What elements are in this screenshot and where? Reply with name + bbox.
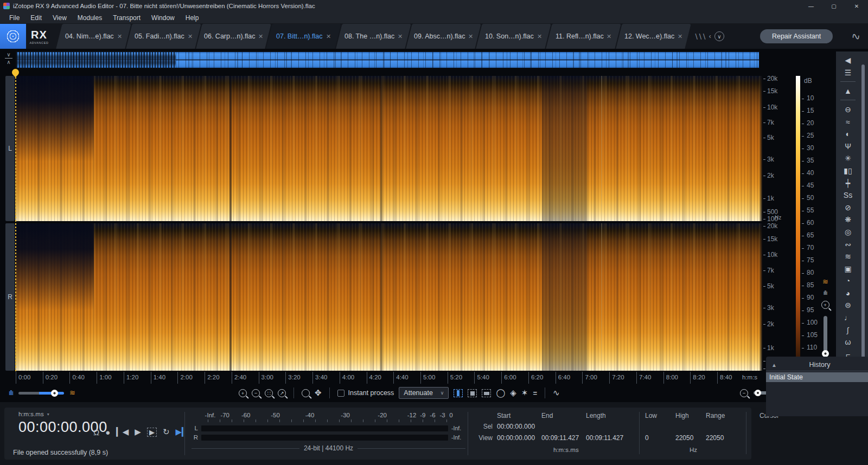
tab-scroll-left-icon[interactable]: ‹ [709,33,711,40]
module-toolbar-scrollbar[interactable] [861,64,865,368]
horizontal-zoom-out-icon[interactable]: − [740,389,748,397]
divider[interactable] [293,388,294,398]
repair-assistant-button[interactable]: Repair Assistant [760,29,833,43]
sel-end-value[interactable] [541,423,586,434]
de-ess-icon[interactable]: Ss [844,191,852,199]
dialogue-contour-icon[interactable]: ◔ [846,276,850,285]
menu-window[interactable]: Window [146,13,180,23]
sel-length-value[interactable] [586,423,634,434]
dialogue-isolate-icon[interactable]: ⊜ [845,301,851,309]
de-crackle-icon[interactable]: ❋ [845,215,851,224]
plugin-icon[interactable]: ▣ [844,264,851,273]
de-rustle-icon[interactable]: ≈ [846,118,850,126]
de-reverb-icon[interactable]: ◐ [846,130,850,138]
de-wind-icon[interactable]: ≋ [845,252,851,261]
file-tab[interactable]: 10. Son…n).flac ✕ [476,24,551,49]
de-click-icon[interactable]: ┿ [846,179,850,188]
loop-icon[interactable]: ↻ [163,427,170,437]
vertical-zoom-in-icon[interactable]: + [821,301,829,309]
collapse-down-icon[interactable]: ∨ [7,52,10,57]
menu-edit[interactable]: Edit [25,13,47,23]
dialogue-de-reverb-icon[interactable]: ◕ [846,289,850,298]
record-icon[interactable]: ● [105,428,110,437]
divider[interactable] [840,100,856,100]
left-channel-strip[interactable]: L [5,76,15,221]
playhead-line[interactable] [15,70,16,372]
tab-close-icon[interactable]: ✕ [117,33,122,40]
de-hum-icon[interactable]: ⊘ [845,203,851,212]
menu-transport[interactable]: Transport [108,13,145,23]
close-button[interactable]: ✕ [845,0,868,12]
draw-curve-tool[interactable]: ∿ [553,388,560,398]
file-tab[interactable]: 04. Nim…e).flac ✕ [56,24,131,49]
overview-collapse-control[interactable]: ∨ ∧ [3,52,14,64]
history-collapse-icon[interactable]: ▲ [771,362,777,368]
collapse-up-icon[interactable]: ∧ [7,60,10,64]
history-item[interactable]: Initial State [766,372,868,382]
monitor-icon[interactable]: Ω [93,428,99,437]
breath-control-icon[interactable]: ∾ [845,240,851,249]
view-start-value[interactable]: 00:00:00.000 [497,434,541,445]
tab-close-icon[interactable]: ✕ [326,33,331,40]
guitar-de-noise-icon[interactable]: ♩ [844,313,852,322]
view-low-value[interactable]: 0 [645,434,675,445]
file-tab[interactable]: 11. Refl…n).flac ✕ [546,24,621,49]
tab-close-icon[interactable]: ✕ [537,33,542,40]
sel-low-value[interactable] [645,423,675,434]
file-tab[interactable]: 12. Wec…e).flac ✕ [616,24,691,49]
go-to-start-icon[interactable]: ▎◀ [116,427,129,437]
divider[interactable] [545,388,545,398]
waveform-blend-icon[interactable]: ıllı [9,389,13,397]
music-rebalance-icon[interactable]: ◎ [845,228,851,236]
file-tab[interactable]: 06. Carp…n).flac ✕ [196,24,271,49]
amplitude-colorbar[interactable] [796,76,800,372]
time-format-selector[interactable]: h:m:s.ms ▾ [18,411,107,417]
zoom-out-icon[interactable]: − [252,389,260,397]
vertical-zoom-slider[interactable] [824,316,827,357]
right-channel-strip[interactable]: R [5,223,15,371]
play-to-end-icon[interactable]: ▶▎ [175,427,188,437]
tab-close-icon[interactable]: ✕ [188,33,193,40]
spectrogram-blend-icon[interactable]: ≋ [69,390,75,396]
gain-icon[interactable]: ▮▯ [844,166,852,175]
waveform-spectrogram-blend-slider[interactable] [18,392,64,395]
maximize-button[interactable]: ▢ [822,0,845,12]
minimize-button[interactable]: — [800,0,822,12]
magic-wand-tool[interactable]: ✶ [521,388,528,398]
collapse-panel-icon[interactable]: ◀ [845,56,851,64]
file-tab[interactable]: 07. Bitt…n).flac ✕ [266,24,341,49]
spectrogram-left-channel[interactable] [15,76,762,221]
file-tab[interactable]: 09. Absc…n).flac ✕ [406,24,481,49]
fade-icon[interactable]: ∫ [847,326,849,334]
sel-high-value[interactable] [675,423,706,434]
file-tab[interactable]: 05. Fadi…n).flac ✕ [126,24,201,49]
signature-icon[interactable]: ∿ [850,29,861,44]
tab-close-icon[interactable]: ✕ [398,33,403,40]
spectrogram-settings-icon[interactable]: ≋ [822,279,828,285]
magnifier-tool-icon[interactable] [302,389,310,397]
tab-close-icon[interactable]: ✕ [258,33,263,40]
menu-help[interactable]: Help [181,13,204,23]
spectral-de-noise-icon[interactable]: ✳ [845,154,851,163]
zoom-in-icon[interactable]: + [239,389,247,397]
mouth-de-click-icon[interactable]: ω [845,338,851,346]
tab-list-chevron-icon[interactable]: ∨ [714,31,724,41]
divider[interactable] [840,81,856,82]
play-icon[interactable]: ▶ [135,427,141,437]
view-end-value[interactable]: 00:09:11.427 [541,434,586,445]
instant-process-checkbox[interactable] [337,390,344,397]
play-selection-icon[interactable]: ▶ [147,428,157,437]
tab-close-icon[interactable]: ✕ [468,33,473,40]
frequency-selection-tool[interactable] [482,389,491,397]
rx-monitor-icon[interactable]: ▲ [844,87,852,95]
module-dropdown[interactable]: Attenuate ∨ [399,387,449,399]
menu-file[interactable]: File [4,13,24,23]
view-length-value[interactable]: 00:09:11.427 [586,434,634,445]
time-ruler[interactable]: 0:00 0:20 0:40 1:00 1:20 1:40 2:00 2:20 … [16,372,760,384]
voice-de-noise-icon[interactable]: Ψ [845,142,851,151]
view-high-value[interactable]: 22050 [675,434,706,445]
tab-close-icon[interactable]: ✕ [607,33,611,40]
view-range-value[interactable]: 22050 [706,434,741,445]
de-plosive-icon[interactable]: ⊖ [845,105,851,114]
waveform-overview[interactable] [16,51,760,68]
